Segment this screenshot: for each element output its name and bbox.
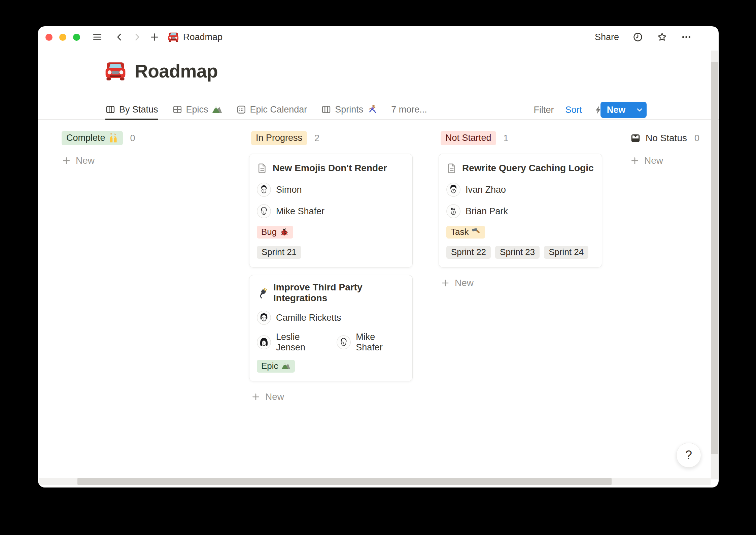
breadcrumb-doc-title[interactable]: Roadmap — [183, 32, 222, 42]
new-card-button[interactable]: New — [251, 391, 413, 402]
favorite-star-icon[interactable] — [657, 32, 667, 42]
sprint-chip: Sprint 22 — [446, 246, 491, 259]
card-title: Improve Third Party Integrations — [273, 282, 405, 304]
tab-more-views[interactable]: 7 more... — [391, 100, 427, 120]
column-in-progress: In Progress 2 New Emojis Don't Render Si… — [249, 131, 413, 402]
card-count: 0 — [130, 133, 135, 144]
assignee-name: Leslie Jensen — [276, 332, 325, 353]
maximize-window-button[interactable] — [73, 34, 80, 41]
page-icon — [257, 163, 268, 174]
tag-row: Task — [446, 225, 594, 239]
ladybug-emoji — [280, 227, 289, 237]
column-header[interactable]: In Progress 2 — [251, 131, 413, 145]
mountain-emoji — [212, 104, 222, 115]
titlebar: Roadmap Share — [38, 26, 719, 48]
tab-sprints[interactable]: Sprints — [321, 100, 377, 120]
vertical-scrollbar-track[interactable] — [711, 51, 718, 479]
plus-icon — [441, 278, 450, 288]
avatar — [257, 204, 271, 218]
window-controls — [45, 34, 80, 41]
help-label: ? — [685, 448, 692, 462]
history-clock-icon[interactable] — [632, 32, 643, 42]
tag-label: Task — [451, 227, 469, 237]
status-badge: Complete — [62, 131, 123, 145]
status-badge-label: Complete — [66, 132, 105, 143]
sprint-chip: Sprint 23 — [495, 246, 540, 259]
chevron-down-icon — [635, 106, 644, 114]
status-badge-label: Not Started — [445, 132, 491, 143]
sort-button[interactable]: Sort — [565, 105, 582, 115]
new-card-button[interactable]: New — [630, 155, 719, 166]
board-icon — [105, 104, 115, 115]
assignee-name: Mike Shafer — [276, 206, 324, 217]
table-icon — [172, 104, 182, 115]
plus-icon — [62, 156, 71, 165]
filter-button[interactable]: Filter — [534, 105, 554, 115]
page-title: Roadmap — [135, 60, 218, 82]
assignee-name: Camille Ricketts — [276, 313, 341, 323]
more-options-icon[interactable] — [681, 32, 692, 42]
board-icon — [321, 104, 331, 115]
no-status-header: No Status — [630, 133, 687, 144]
tab-by-status[interactable]: By Status — [105, 100, 158, 120]
plug-emoji — [257, 287, 268, 298]
new-button-dropdown[interactable] — [632, 102, 647, 118]
calendar-icon — [236, 104, 246, 115]
page-icon-red-car-emoji[interactable] — [104, 60, 127, 82]
assignee: Mike Shafer — [337, 332, 399, 353]
new-card-label: New — [455, 278, 474, 288]
raised-hands-emoji — [108, 133, 118, 143]
card-title: Rewrite Query Caching Logic — [462, 163, 594, 174]
assignee-name: Ivan Zhao — [466, 185, 506, 195]
card-count: 1 — [504, 133, 509, 144]
sprint-chip: Sprint 24 — [544, 246, 588, 259]
new-card-button[interactable]: New — [441, 278, 602, 288]
card-title: New Emojis Don't Render — [273, 163, 387, 174]
tab-label: Sprints — [335, 104, 363, 115]
new-button[interactable]: New — [600, 102, 632, 118]
assignee-row: Leslie Jensen Mike Shafer — [257, 332, 405, 353]
sprint-chips: Sprint 22 Sprint 23 Sprint 24 — [446, 246, 594, 259]
plus-icon — [251, 392, 261, 402]
tab-epic-calendar[interactable]: Epic Calendar — [236, 100, 307, 120]
vertical-scrollbar-thumb[interactable] — [711, 62, 718, 454]
new-card-button[interactable]: New — [62, 155, 223, 166]
share-button[interactable]: Share — [595, 32, 619, 42]
assignee-row: Simon — [257, 182, 405, 197]
card-title-row: Rewrite Query Caching Logic — [446, 161, 594, 176]
card-improve-third-party-integrations[interactable]: Improve Third Party Integrations Camille… — [249, 275, 413, 381]
tab-label: By Status — [119, 104, 158, 115]
tag-row: Bug — [257, 225, 405, 239]
column-not-started: Not Started 1 Rewrite Query Caching Logi… — [439, 131, 602, 402]
tag-label: Epic — [261, 361, 278, 371]
column-no-status: No Status 0 New — [628, 131, 719, 402]
avatar — [257, 311, 271, 325]
sidebar-menu-icon[interactable] — [92, 32, 102, 42]
card-rewrite-query-caching-logic[interactable]: Rewrite Query Caching Logic Ivan Zhao Br… — [439, 154, 602, 268]
forward-icon[interactable] — [132, 32, 142, 42]
sprint-chip: Sprint 21 — [257, 246, 301, 259]
tag-epic: Epic — [257, 360, 295, 373]
tab-epics[interactable]: Epics — [172, 100, 222, 120]
assignee-row: Brian Park — [446, 204, 594, 219]
minimize-window-button[interactable] — [59, 34, 66, 41]
card-title-row: New Emojis Don't Render — [257, 161, 405, 176]
assignee-row: Ivan Zhao — [446, 182, 594, 197]
tag-bug: Bug — [257, 226, 293, 239]
plus-icon — [630, 156, 640, 165]
page-heading: Roadmap — [104, 60, 218, 82]
horizontal-scrollbar-thumb[interactable] — [77, 478, 612, 485]
column-header[interactable]: No Status 0 — [630, 131, 719, 145]
help-button[interactable]: ? — [676, 443, 701, 468]
card-new-emojis-dont-render[interactable]: New Emojis Don't Render Simon Mike Shafe… — [249, 154, 413, 268]
new-page-icon[interactable] — [149, 32, 160, 42]
horizontal-scrollbar-track[interactable] — [39, 478, 711, 485]
back-icon[interactable] — [114, 32, 125, 42]
status-badge: Not Started — [441, 131, 496, 145]
column-header[interactable]: Not Started 1 — [441, 131, 602, 145]
close-window-button[interactable] — [45, 34, 53, 41]
new-card-label: New — [76, 155, 95, 166]
assignee-name: Simon — [276, 185, 302, 195]
column-header[interactable]: Complete 0 — [62, 131, 223, 145]
new-card-label: New — [644, 155, 663, 166]
